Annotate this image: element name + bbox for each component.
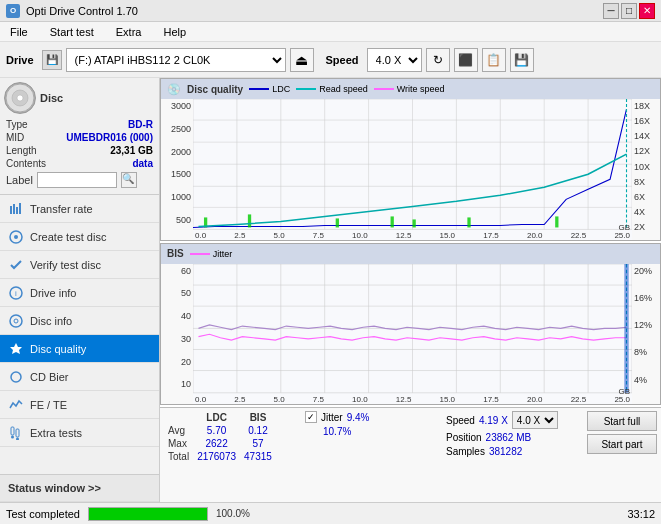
time-display: 33:12 (627, 508, 655, 520)
minimize-button[interactable]: ─ (603, 3, 619, 19)
stats-max-bis: 57 (240, 437, 276, 450)
menu-bar: File Start test Extra Help (0, 22, 661, 42)
svg-marker-13 (10, 343, 22, 354)
app-icon: O (6, 4, 20, 18)
content-area: 💿 Disc quality LDC Read speed Write spee… (160, 78, 661, 502)
toolbar-icon2[interactable]: ⬛ (454, 48, 478, 72)
toolbar-icon3[interactable]: 📋 (482, 48, 506, 72)
chart2-x-labels: 0.02.55.07.510.012.515.017.520.022.525.0 (193, 395, 632, 404)
main-area: Disc Type BD-R MID UMEBDR016 (000) Lengt… (0, 78, 661, 502)
progress-bar-fill (89, 508, 207, 520)
stats-avg-label: Avg (164, 424, 193, 437)
sidebar-item-extra-tests[interactable]: Extra tests (0, 419, 159, 447)
jitter-max-val: 10.7% (323, 426, 351, 437)
menu-help[interactable]: Help (157, 22, 192, 41)
disc-contents-value: data (132, 158, 153, 169)
sidebar-item-transfer-rate[interactable]: Transfer rate (0, 195, 159, 223)
jitter-label: Jitter (321, 412, 343, 423)
disc-contents-label: Contents (6, 158, 46, 169)
position-val: 23862 MB (486, 432, 532, 443)
eject-button[interactable]: ⏏ (290, 48, 314, 72)
app-title: Opti Drive Control 1.70 (26, 5, 138, 17)
chart2-y-left: 60 50 40 30 20 10 (161, 264, 193, 405)
maximize-button[interactable]: □ (621, 3, 637, 19)
chart1-graph: 0.02.55.07.510.012.515.017.520.022.525.0… (193, 99, 632, 240)
start-full-button[interactable]: Start full (587, 411, 657, 431)
stats-total-label: Total (164, 450, 193, 463)
chart1-ldc-label: LDC (272, 84, 290, 94)
position-row: Position 23862 MB (446, 432, 581, 443)
menu-start-test[interactable]: Start test (44, 22, 100, 41)
disc-length-row: Length 23,31 GB (4, 144, 155, 157)
stats-max-ldc: 2622 (193, 437, 240, 450)
svg-point-14 (11, 372, 21, 382)
toolbar: Drive 💾 (F:) ATAPI iHBS112 2 CL0K ⏏ Spee… (0, 42, 661, 78)
title-bar-buttons: ─ □ ✕ (603, 3, 655, 19)
jitter-max-row: 10.7% (305, 426, 440, 437)
svg-point-12 (14, 319, 18, 323)
sidebar-item-verify-test-disc[interactable]: Verify test disc (0, 251, 159, 279)
sidebar-item-drive-info[interactable]: i Drive info (0, 279, 159, 307)
nav-items: Transfer rate Create test disc Verify te… (0, 195, 159, 447)
cd-bier-label: CD Bier (30, 371, 69, 383)
toolbar-icon1[interactable]: ↻ (426, 48, 450, 72)
svg-rect-40 (391, 216, 394, 227)
sidebar-item-create-test-disc[interactable]: Create test disc (0, 223, 159, 251)
toolbar-icon4[interactable]: 💾 (510, 48, 534, 72)
chart1-legend-write: Write speed (374, 84, 445, 94)
svg-rect-42 (467, 217, 470, 227)
svg-rect-4 (13, 204, 15, 214)
jitter-checkbox[interactable]: ✓ (305, 411, 317, 423)
fe-te-icon (8, 397, 24, 413)
stats-total-row: Total 2176073 47315 (164, 450, 299, 463)
sidebar-item-disc-quality[interactable]: Disc quality (0, 335, 159, 363)
menu-file[interactable]: File (4, 22, 34, 41)
speed-select[interactable]: 4.0 X 2.0 X 8.0 X (367, 48, 422, 72)
svg-rect-64 (624, 264, 628, 393)
chart1-x-unit: GB (618, 223, 630, 232)
svg-rect-6 (19, 203, 21, 214)
stats-max-label: Max (164, 437, 193, 450)
speed-row: Speed 4.19 X 4.0 X (446, 411, 581, 429)
cd-bier-icon (8, 369, 24, 385)
chart1-panel: 💿 Disc quality LDC Read speed Write spee… (160, 78, 661, 241)
stats-table: LDC BIS Avg 5.70 0.12 (164, 411, 299, 499)
stats-avg-ldc: 5.70 (193, 424, 240, 437)
sidebar-item-cd-bier[interactable]: CD Bier (0, 363, 159, 391)
samples-val: 381282 (489, 446, 522, 457)
disc-label-button[interactable]: 🔍 (121, 172, 137, 188)
progress-bar-container (88, 507, 208, 521)
title-bar: O Opti Drive Control 1.70 ─ □ ✕ (0, 0, 661, 22)
drive-info-icon: i (8, 285, 24, 301)
chart1-legend-read: Read speed (296, 84, 368, 94)
sidebar-item-fe-te[interactable]: FE / TE (0, 391, 159, 419)
title-bar-left: O Opti Drive Control 1.70 (6, 4, 138, 18)
sidebar-item-disc-info[interactable]: Disc info (0, 307, 159, 335)
menu-extra[interactable]: Extra (110, 22, 148, 41)
position-label: Position (446, 432, 482, 443)
chart2-title: BIS (167, 248, 184, 259)
close-button[interactable]: ✕ (639, 3, 655, 19)
chart1-header: 💿 Disc quality LDC Read speed Write spee… (161, 79, 660, 99)
status-window-button[interactable]: Status window >> (0, 474, 159, 502)
extra-tests-icon (8, 425, 24, 441)
speed-row-select[interactable]: 4.0 X (512, 411, 558, 429)
chart2-y-right: 20% 16% 12% 8% 4% (632, 264, 660, 405)
chart1-area: 3000 2500 2000 1500 1000 500 (161, 99, 660, 240)
disc-label-input[interactable] (37, 172, 117, 188)
chart2-area: 60 50 40 30 20 10 (161, 264, 660, 405)
drive-select[interactable]: (F:) ATAPI iHBS112 2 CL0K (66, 48, 286, 72)
jitter-row: ✓ Jitter 9.4% (305, 411, 440, 423)
sidebar: Disc Type BD-R MID UMEBDR016 (000) Lengt… (0, 78, 160, 502)
chart1-read-label: Read speed (319, 84, 368, 94)
svg-point-11 (10, 315, 22, 327)
chart1-y-left: 3000 2500 2000 1500 1000 500 (161, 99, 193, 240)
chart2-panel: BIS Jitter 60 50 40 30 20 10 (160, 243, 661, 406)
chart2-graph: 0.02.55.07.510.012.515.017.520.022.525.0… (193, 264, 632, 405)
disc-contents-row: Contents data (4, 157, 155, 170)
start-part-button[interactable]: Start part (587, 434, 657, 454)
chart2-legend-jitter: Jitter (190, 249, 233, 259)
svg-rect-16 (16, 429, 19, 437)
stats-col-empty (164, 411, 193, 424)
stats-max-row: Max 2622 57 (164, 437, 299, 450)
